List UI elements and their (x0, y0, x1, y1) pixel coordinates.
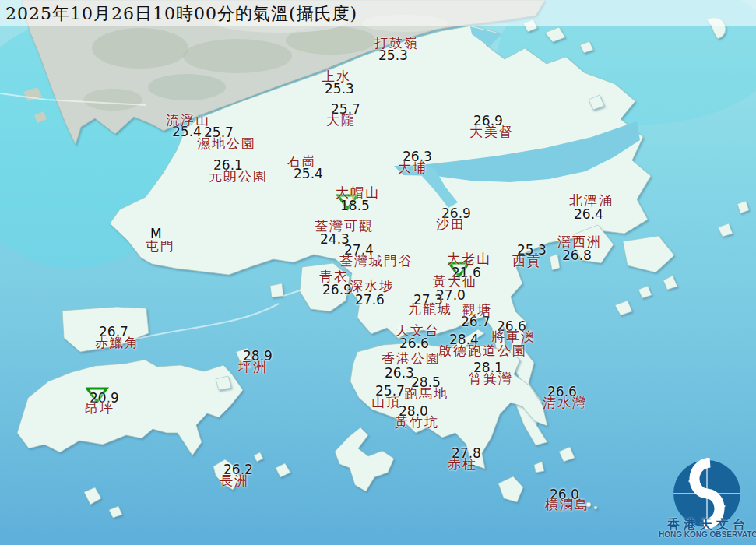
station-name-label: 荃灣城門谷 (339, 255, 413, 268)
hko-logo: 香港天文台 HONG KONG OBSERVATORY (660, 458, 756, 545)
station-name-label: 長洲 (220, 474, 249, 487)
station-temperature-value: 25.4 (294, 167, 323, 181)
station-name-label: 赤鱲角 (95, 336, 139, 350)
station-name-label: 筲箕灣 (469, 372, 513, 385)
station-name-label: 沙田 (436, 218, 466, 231)
station-name-label: 清水灣 (543, 396, 587, 410)
station-temperature-value: 26.3 (385, 367, 414, 380)
station-temperature-value: 26.8 (562, 249, 592, 262)
station-name-label: 深水埗 (350, 280, 394, 293)
station-name-label: 啟德跑道公園 (438, 344, 527, 357)
station-temperature-value: 27.6 (355, 294, 385, 307)
station-temperature-value: 26.9 (322, 283, 352, 297)
station-labels-layer: 25.3打鼓嶺25.3上水25.7大隴26.9大美督25.4流浮山25.7濕地公… (0, 0, 756, 545)
station-name-label: 坪洲 (238, 360, 268, 374)
station-temperature-value: 25.3 (378, 49, 408, 62)
station-name-label: 青衣 (319, 270, 349, 283)
station-name-label: 黃竹坑 (395, 416, 439, 429)
station-name-label: 荃灣可觀 (315, 220, 374, 233)
station-name-label: 石崗 (287, 155, 317, 168)
station-name-label: 山頂 (371, 396, 401, 409)
station-name-label: 濕地公園 (197, 137, 256, 150)
station-name-label: 北潭涌 (569, 194, 614, 207)
station-name-label: 滘西洲 (557, 235, 602, 248)
station-temperature-value: 26.6 (399, 337, 429, 350)
hko-logo-english: HONG KONG OBSERVATORY (659, 530, 756, 539)
station-name-label: 上水 (322, 70, 351, 83)
station-name-label: 橫瀾島 (545, 498, 589, 512)
temperature-map-screen: 2025年10月26日10時00分的氣溫(攝氏度) 25.3打鼓嶺25.3上水2… (0, 0, 756, 545)
station-temperature-value: 18.5 (340, 199, 370, 213)
station-name-label: 將軍澳 (491, 330, 536, 343)
station-name-label: 大老山 (447, 252, 491, 265)
station-name-label: 大美督 (469, 125, 514, 139)
station-name-label: 天文台 (396, 324, 440, 337)
station-name-label: 大帽山 (336, 186, 380, 199)
station-name-label: 西貢 (512, 255, 542, 268)
station-name-label: 昂坪 (85, 402, 114, 415)
station-temperature-value: 26.4 (574, 208, 603, 221)
station-name-label: 香港公園 (382, 352, 441, 365)
station-name-label: 黃大仙 (433, 275, 477, 288)
station-temperature-value: 25.3 (325, 83, 354, 96)
station-name-label: 赤柱 (448, 458, 477, 471)
station-name-label: 大隴 (326, 114, 356, 127)
station-name-label: 觀塘 (462, 304, 492, 317)
station-name-label: 九龍城 (408, 303, 452, 316)
station-name-label: 大埔 (398, 161, 427, 174)
station-name-label: 打鼓嶺 (374, 37, 419, 50)
station-name-label: 屯門 (146, 240, 175, 253)
station-name-label: 元朗公園 (209, 170, 268, 183)
station-name-label: 跑馬地 (404, 387, 448, 400)
